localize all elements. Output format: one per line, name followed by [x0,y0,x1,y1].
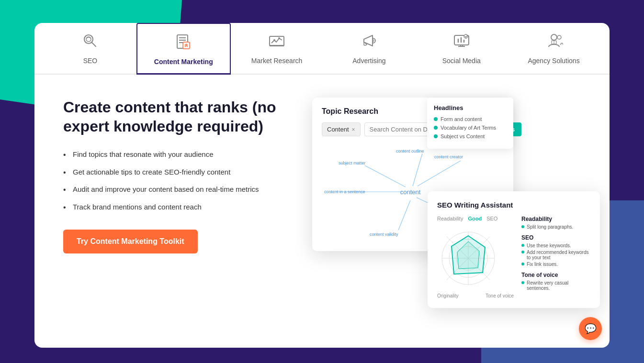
tab-good[interactable]: Good [468,216,482,221]
svg-text:content: content [400,188,421,196]
market-research-icon [268,32,286,52]
cta-button[interactable]: Try Content Marketing Toolkit [63,230,198,253]
svg-line-26 [413,154,422,186]
svg-line-24 [418,161,461,186]
tab-social-media[interactable]: Social Media [415,23,508,75]
seo-right-panel: Readability Split long paragraphs. SEO U… [521,216,590,298]
svg-text:subject matter: subject matter [339,161,366,165]
headline-item-1: Form and content [434,116,507,122]
headline-item-2: Vocabulary of Art Terms [434,125,507,131]
svg-text:content validity: content validity [370,232,398,237]
left-panel: Create content that ranks (no expert kno… [63,98,283,253]
tab-advertising[interactable]: Advertising [323,23,415,75]
tab-social-media-label: Social Media [442,57,481,65]
advertising-icon [360,32,378,52]
close-tag-icon[interactable]: × [352,126,355,133]
svg-point-11 [278,37,280,39]
tab-agency-solutions-label: Agency Solutions [528,57,579,65]
svg-line-28 [398,200,410,230]
seo-dot-5 [521,281,524,284]
headline-item-3: Subject vs Content [434,133,507,139]
agency-solutions-icon [545,32,563,52]
tab-readability[interactable]: Readability [437,216,463,221]
headlines-section: Headlines Form and content Vocabulary of… [427,98,513,149]
svg-point-15 [551,34,557,40]
svg-rect-9 [270,45,284,46]
chat-icon: 💬 [585,323,597,334]
seo-section-seo: SEO Use these keywords. Add recommended … [521,234,590,267]
content-marketing-icon [174,33,192,53]
svg-text:content creator: content creator [434,154,463,159]
search-tag-text: Content [327,126,349,133]
seo-item-tone-1: Rewrite very casual sentences. [521,280,590,291]
tab-market-research-label: Market Research [251,57,303,65]
headline-dot-2 [434,126,438,130]
svg-line-22 [365,165,406,187]
seo-dot-2 [521,244,524,247]
seo-card-content: Readability Good SEO [437,216,590,298]
bullet-item-2: Get actionable tips to create SEO-friend… [63,167,283,178]
seo-item-seo-3: Fix link issues. [521,262,590,267]
svg-line-1 [92,43,96,46]
seo-dot-1 [521,225,524,228]
content-area: Create content that ranks (no expert kno… [34,75,610,289]
tab-seo[interactable]: SEO [44,23,136,75]
tab-agency-solutions[interactable]: Agency Solutions [508,23,600,75]
seo-writing-card: SEO Writing Assistant Readability Good S… [428,191,600,308]
seo-section-readability: Readability Split long paragraphs. [521,216,590,230]
svg-point-16 [557,35,561,39]
headlines-title: Headlines [434,104,507,111]
svg-text:content outline: content outline [396,149,424,154]
chat-bubble-button[interactable]: 💬 [579,317,602,340]
radar-chart [437,227,499,289]
tab-market-research[interactable]: Market Research [231,23,323,75]
seo-icon [81,32,99,52]
bullet-list: Find topics that resonate with your audi… [63,149,283,212]
svg-point-10 [273,39,275,41]
seo-left-panel: Readability Good SEO [437,216,514,298]
main-card: SEO Content Marketing [34,23,610,348]
seo-item-seo-2: Add recommended keywords to your text [521,250,590,260]
seo-writing-title: SEO Writing Assistant [437,201,590,209]
seo-item-readability-1: Split long paragraphs. [521,224,590,230]
bullet-item-3: Audit and improve your content based on … [63,184,283,195]
tab-content-marketing[interactable]: Content Marketing [136,23,231,75]
nav-tabs: SEO Content Marketing [34,23,610,75]
tab-advertising-label: Advertising [352,57,385,65]
main-heading: Create content that ranks (no expert kno… [63,98,283,136]
svg-text:content in a sentence: content in a sentence [324,189,365,194]
tab-content-marketing-label: Content Marketing [154,58,213,66]
search-tag: Content × [322,122,361,136]
seo-section-tone: Tone of voice Rewrite very casual senten… [521,272,590,291]
right-panel: Topic Research Content × Get Content Ide… [312,98,581,289]
bullet-item-1: Find topics that resonate with your audi… [63,149,283,160]
seo-tabs: Readability Good SEO [437,216,514,221]
seo-dot-3 [521,251,524,253]
headline-dot-3 [434,134,438,138]
tab-seo[interactable]: SEO [486,216,497,221]
social-media-icon [452,32,471,52]
headline-dot-1 [434,117,438,121]
radar-labels: Originality Tone of voice [437,293,514,298]
tab-seo-label: SEO [83,57,98,65]
seo-dot-4 [521,263,524,265]
seo-item-seo-1: Use these keywords. [521,243,590,248]
bullet-item-4: Track brand mentions and content reach [63,202,283,213]
